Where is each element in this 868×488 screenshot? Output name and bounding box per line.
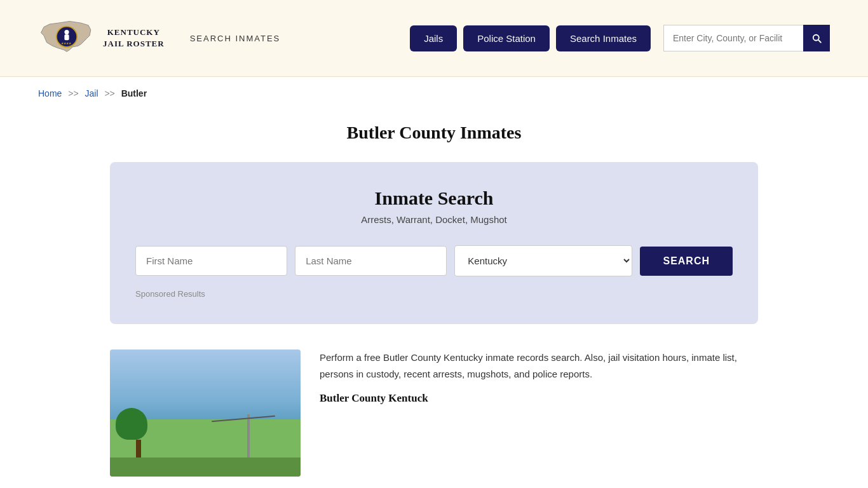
main-content: Butler County Inmates Inmate Search Arre… [72, 110, 796, 488]
bottom-text-area: Perform a free Butler County Kentucky in… [320, 349, 758, 405]
svg-text:★★★★: ★★★★ [61, 41, 72, 45]
bottom-section: Perform a free Butler County Kentucky in… [110, 349, 758, 477]
facility-image [110, 349, 301, 477]
svg-rect-2 [64, 34, 69, 40]
state-select[interactable]: Kentucky Alabama Alaska Arizona Arkansas… [454, 245, 632, 276]
search-inmates-button[interactable]: Search Inmates [556, 25, 651, 51]
svg-point-1 [64, 30, 69, 34]
first-name-input[interactable] [135, 246, 287, 276]
tree-decoration [129, 408, 147, 459]
logo-image: ★★★★ [38, 13, 95, 64]
inmate-search-button[interactable]: SEARCH [640, 247, 733, 276]
main-nav: Jails Police Station Search Inmates [410, 25, 830, 51]
search-fields: Kentucky Alabama Alaska Arizona Arkansas… [135, 245, 733, 276]
breadcrumb: Home >> Jail >> Butler [0, 77, 868, 110]
page-title: Butler County Inmates [110, 123, 758, 143]
wire-decoration [212, 416, 275, 423]
breadcrumb-sep2: >> [104, 88, 114, 98]
header-search-input[interactable] [663, 25, 803, 51]
header-search-button[interactable] [803, 25, 830, 51]
search-icon [811, 32, 822, 44]
search-inmates-nav-label: SEARCH INMATES [190, 34, 281, 43]
police-station-button[interactable]: Police Station [463, 25, 550, 51]
breadcrumb-jail[interactable]: Jail [85, 88, 98, 98]
header-search-wrap [663, 25, 830, 51]
search-panel-subtitle: Arrests, Warrant, Docket, Mugshot [135, 214, 733, 225]
jails-button[interactable]: Jails [410, 25, 457, 51]
breadcrumb-home[interactable]: Home [38, 88, 62, 98]
breadcrumb-sep1: >> [68, 88, 78, 98]
last-name-input[interactable] [295, 246, 447, 276]
description-text: Perform a free Butler County Kentucky in… [320, 349, 758, 382]
breadcrumb-current: Butler [121, 88, 147, 98]
header: ★★★★ KENTUCKY JAIL ROSTER SEARCH INMATES… [0, 0, 868, 77]
bottom-subtitle: Butler County Kentuck [320, 392, 758, 405]
pole-decoration [247, 414, 250, 459]
sponsored-results-label: Sponsored Results [135, 289, 733, 299]
search-panel: Inmate Search Arrests, Warrant, Docket, … [110, 162, 758, 324]
logo-text: KENTUCKY JAIL ROSTER [103, 27, 165, 50]
search-panel-title: Inmate Search [135, 187, 733, 209]
logo-area: ★★★★ KENTUCKY JAIL ROSTER [38, 13, 165, 64]
